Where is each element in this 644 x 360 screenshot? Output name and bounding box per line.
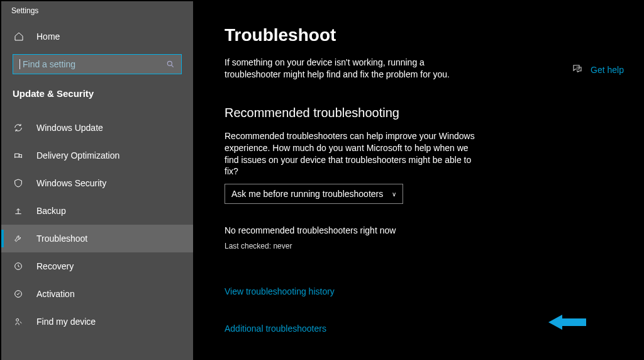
home-label: Home — [36, 31, 60, 42]
shield-icon — [13, 177, 24, 189]
last-checked-text: Last checked: never — [225, 242, 644, 250]
view-history-link[interactable]: View troubleshooting history — [225, 286, 335, 296]
sidebar-item-label: Backup — [36, 206, 66, 216]
troubleshoot-preference-dropdown[interactable]: Ask me before running troubleshooters ∨ — [225, 184, 403, 204]
main-content: Troubleshoot If something on your device… — [193, 0, 644, 360]
help-label: Get help — [591, 65, 624, 75]
search-box[interactable] — [13, 54, 182, 74]
home-icon — [14, 31, 24, 42]
backup-icon — [13, 205, 24, 217]
dropdown-value: Ask me before running troubleshooters — [231, 189, 383, 199]
sidebar-item-windows-security[interactable]: Windows Security — [1, 169, 193, 197]
sync-icon — [13, 122, 24, 133]
svg-rect-2 — [19, 155, 21, 157]
help-chat-icon — [572, 63, 583, 76]
status-text: No recommended troubleshooters right now — [225, 225, 644, 235]
svg-point-5 — [16, 318, 19, 321]
sidebar-item-label: Windows Security — [36, 178, 106, 188]
recovery-icon — [13, 261, 24, 272]
activation-icon — [13, 288, 24, 300]
sidebar-item-backup[interactable]: Backup — [1, 197, 193, 225]
sidebar-item-recovery[interactable]: Recovery — [1, 252, 193, 280]
recommended-heading: Recommended troubleshooting — [225, 106, 644, 120]
page-title: Troubleshoot — [225, 25, 644, 45]
sidebar-item-label: Recovery — [36, 261, 74, 271]
sidebar: Settings Home Update & Security Windows … — [0, 0, 193, 360]
sidebar-item-activation[interactable]: Activation — [1, 280, 193, 308]
sidebar-item-label: Windows Update — [36, 123, 103, 133]
search-input[interactable] — [23, 59, 166, 69]
additional-troubleshooters-link[interactable]: Additional troubleshooters — [225, 323, 326, 334]
get-help-link[interactable]: Get help — [572, 63, 624, 76]
sidebar-home-button[interactable]: Home — [1, 24, 193, 49]
sidebar-item-find-my-device[interactable]: Find my device — [1, 308, 193, 335]
wrench-icon — [13, 233, 24, 244]
sidebar-item-windows-update[interactable]: Windows Update — [1, 114, 193, 142]
sidebar-item-label: Find my device — [36, 317, 96, 327]
annotation-arrow — [548, 313, 586, 334]
search-icon — [166, 60, 175, 69]
chevron-down-icon: ∨ — [392, 191, 396, 198]
delivery-icon — [13, 150, 24, 161]
sidebar-item-troubleshoot[interactable]: Troubleshoot — [1, 225, 193, 252]
sidebar-section-title: Update & Security — [1, 86, 193, 105]
page-description: If something on your device isn't workin… — [225, 57, 482, 81]
svg-point-0 — [167, 61, 172, 65]
app-title: Settings — [1, 1, 193, 24]
sidebar-item-label: Troubleshoot — [36, 233, 87, 244]
nav-list: Windows Update Delivery Optimization Win… — [1, 114, 193, 335]
sidebar-item-label: Activation — [36, 289, 75, 299]
svg-rect-1 — [15, 154, 19, 157]
sidebar-item-label: Delivery Optimization — [36, 150, 119, 160]
sidebar-item-delivery-optimization[interactable]: Delivery Optimization — [1, 142, 193, 169]
find-device-icon — [13, 316, 24, 327]
recommended-description: Recommended troubleshooters can help imp… — [225, 130, 476, 178]
svg-marker-6 — [548, 315, 586, 330]
